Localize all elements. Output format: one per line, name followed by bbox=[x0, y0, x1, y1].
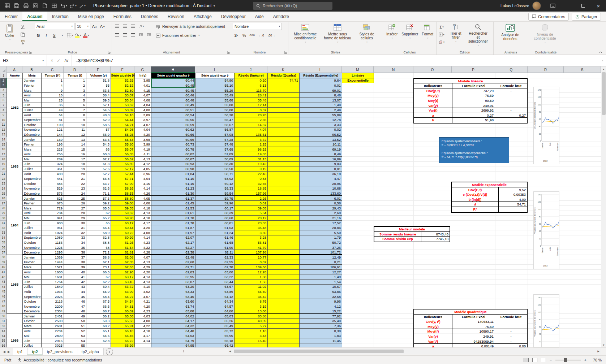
cell[interactable] bbox=[528, 78, 564, 83]
maximize-button[interactable] bbox=[576, 0, 591, 12]
row-header[interactable]: 9 bbox=[0, 112, 7, 117]
cell[interactable] bbox=[564, 176, 601, 181]
row-header[interactable]: 52 bbox=[0, 324, 7, 329]
cell[interactable] bbox=[564, 318, 601, 324]
cell[interactable]: 4,13 bbox=[135, 157, 151, 162]
cell[interactable]: 4,11 bbox=[135, 152, 151, 157]
cell[interactable]: 4 bbox=[42, 83, 64, 88]
cell[interactable]: 1156 bbox=[42, 240, 64, 245]
cell[interactable] bbox=[268, 309, 300, 314]
cell[interactable]: 225 bbox=[42, 147, 64, 152]
cell[interactable]: Février bbox=[23, 318, 42, 324]
header-cell[interactable]: Temps (t) bbox=[64, 73, 86, 78]
indicator-value[interactable]: 76,69 bbox=[452, 324, 495, 329]
indicator-value[interactable]: 2699,92 bbox=[452, 108, 495, 113]
cell[interactable]: 62 bbox=[86, 211, 111, 216]
cell[interactable]: 53,34 bbox=[111, 98, 135, 103]
thousands-separator-button[interactable]: 000 bbox=[249, 32, 256, 39]
cell[interactable] bbox=[268, 196, 300, 201]
cell[interactable]: 56,81 bbox=[235, 240, 268, 245]
cell[interactable]: 57,08 bbox=[195, 132, 235, 137]
cell[interactable]: 53,6 bbox=[86, 137, 111, 142]
cell[interactable] bbox=[342, 112, 374, 117]
share-button[interactable]: Partager bbox=[572, 13, 601, 21]
cell[interactable]: 18,85 bbox=[235, 186, 268, 191]
cell[interactable] bbox=[452, 132, 495, 137]
cell[interactable]: Octobre bbox=[23, 181, 42, 186]
indicator-label[interactable]: Moy(y) bbox=[414, 324, 452, 329]
vertical-scroll-thumb[interactable] bbox=[602, 72, 606, 115]
cell[interactable]: 6,13 bbox=[235, 83, 268, 88]
cell[interactable]: Avril bbox=[23, 328, 42, 333]
cell[interactable]: 62,8 bbox=[86, 235, 111, 240]
cell[interactable]: 63,22 bbox=[195, 274, 235, 280]
cell[interactable]: 62,90 bbox=[111, 269, 135, 274]
cell[interactable]: 38 bbox=[64, 260, 86, 265]
cell[interactable]: 4,08 bbox=[135, 98, 151, 103]
cell[interactable] bbox=[528, 171, 564, 176]
cell[interactable] bbox=[268, 328, 300, 333]
cell[interactable]: 58,8 bbox=[86, 255, 111, 260]
cell[interactable]: 20 bbox=[64, 171, 86, 176]
cell[interactable]: 13,52 bbox=[300, 137, 342, 142]
cell[interactable] bbox=[342, 196, 374, 201]
cell[interactable]: Novembre bbox=[23, 245, 42, 250]
cell[interactable] bbox=[564, 132, 601, 137]
cell[interactable]: 55,25 bbox=[111, 132, 135, 137]
cell[interactable] bbox=[374, 142, 414, 147]
cell[interactable]: 65,09 bbox=[111, 309, 135, 314]
clear-button[interactable]: ▾ bbox=[438, 39, 445, 46]
cell[interactable]: 60,45 bbox=[151, 83, 195, 88]
row-header[interactable]: 15 bbox=[0, 142, 7, 147]
copy-button[interactable] bbox=[19, 31, 26, 38]
cell[interactable]: 4,23 bbox=[135, 240, 151, 245]
header-cell[interactable] bbox=[495, 73, 528, 78]
cell[interactable]: 36,10 bbox=[300, 171, 342, 176]
column-header-L[interactable]: L bbox=[299, 66, 342, 73]
row-header[interactable]: 44 bbox=[0, 284, 7, 289]
indicator-value[interactable]: 76,69 bbox=[452, 93, 495, 98]
cell[interactable] bbox=[528, 284, 564, 289]
cell[interactable]: 65,95 bbox=[195, 333, 235, 338]
find-select-button[interactable]: Rechercher et sélectionner ▾ bbox=[466, 23, 490, 49]
analyze-data-button[interactable]: Analyse de données bbox=[495, 23, 525, 49]
decrease-decimal-button[interactable]: ,00→ bbox=[267, 32, 276, 39]
cell[interactable] bbox=[342, 318, 374, 324]
cell[interactable] bbox=[342, 274, 374, 280]
cell[interactable] bbox=[268, 269, 300, 274]
cell[interactable] bbox=[374, 137, 414, 142]
cell[interactable] bbox=[528, 279, 564, 284]
cell[interactable]: 55,80 bbox=[111, 142, 135, 147]
cell[interactable]: 64,81 bbox=[111, 304, 135, 309]
cell[interactable]: 72,2 bbox=[86, 250, 111, 255]
cell[interactable] bbox=[342, 250, 374, 255]
cell[interactable]: Décembre bbox=[23, 309, 42, 314]
cell[interactable] bbox=[414, 260, 452, 265]
cell[interactable]: 56,07 bbox=[111, 147, 135, 152]
table-meilleur-modele[interactable]: Meilleur modèleSomme résidu linéaire8743… bbox=[374, 226, 450, 242]
cell[interactable] bbox=[495, 171, 528, 176]
cell[interactable]: 12 bbox=[64, 132, 86, 137]
cell[interactable]: 4,05 bbox=[135, 196, 151, 201]
cell[interactable]: Janvier bbox=[23, 314, 42, 319]
cell[interactable] bbox=[342, 230, 374, 235]
cell[interactable]: 4,05 bbox=[135, 166, 151, 172]
italic-button[interactable]: I bbox=[43, 32, 50, 39]
cell[interactable]: 61,23 bbox=[151, 186, 195, 191]
cell[interactable]: Novembre bbox=[23, 127, 42, 132]
cell[interactable]: 28 bbox=[64, 211, 86, 216]
cell[interactable]: 63,44 bbox=[195, 279, 235, 284]
cell[interactable] bbox=[268, 206, 300, 211]
tab-données[interactable]: Données bbox=[136, 12, 163, 21]
cell[interactable]: Mai bbox=[23, 98, 42, 103]
indicator-value[interactable]: 51,98 bbox=[452, 118, 495, 123]
indicator-label[interactable]: Moy(y) bbox=[414, 93, 452, 98]
cell[interactable] bbox=[342, 279, 374, 284]
cell[interactable]: 52,25 bbox=[111, 78, 135, 83]
cell[interactable]: 64,34 bbox=[195, 299, 235, 304]
indicator-value[interactable]: 54,71 bbox=[499, 202, 527, 207]
cell[interactable]: 65,72 bbox=[195, 328, 235, 333]
cell[interactable]: 4,20 bbox=[135, 132, 151, 137]
cell[interactable]: 0,01 bbox=[300, 83, 342, 88]
cell[interactable]: 1024 bbox=[42, 230, 64, 235]
